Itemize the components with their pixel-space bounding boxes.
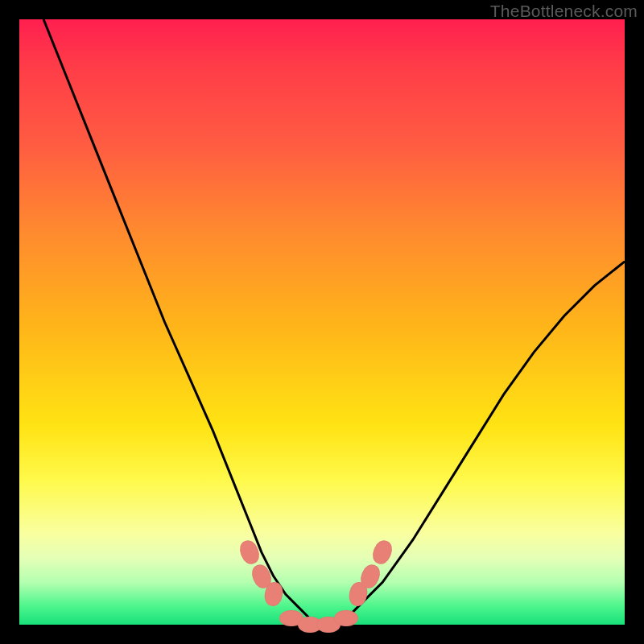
plot-area — [19, 19, 625, 625]
watermark-label: TheBottleneck.com — [490, 2, 638, 21]
bottleneck-curve — [19, 19, 625, 625]
chart-frame: TheBottleneck.com — [0, 0, 644, 644]
curve-point[interactable] — [334, 610, 358, 626]
